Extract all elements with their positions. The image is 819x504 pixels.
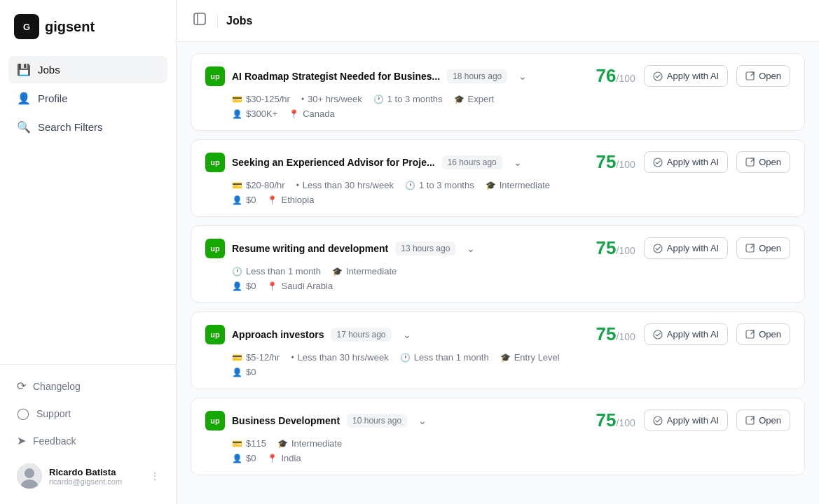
svg-rect-14 <box>746 330 754 338</box>
user-row[interactable]: Ricardo Batista ricardo@gigsent.com ⋮ <box>8 456 167 496</box>
sidebar-toggle-button[interactable] <box>191 10 209 31</box>
apply-ai-button[interactable]: Apply with AI <box>644 237 728 259</box>
time-badge: 18 hours ago <box>447 69 507 83</box>
apply-ai-button[interactable]: Apply with AI <box>644 65 728 87</box>
job-card-header: up Business Development 10 hours ago ⌄ 7… <box>205 410 790 431</box>
logo: G gigsent <box>0 0 176 50</box>
job-card: up Resume writing and development 13 hou… <box>191 225 805 303</box>
svg-point-7 <box>654 72 662 80</box>
svg-rect-16 <box>746 416 754 424</box>
send-icon: ➤ <box>17 434 26 447</box>
job-card-header: up AI Roadmap Strategist Needed for Busi… <box>205 65 790 87</box>
score: 75/100 <box>596 323 635 345</box>
job-title: AI Roadmap Strategist Needed for Busines… <box>232 71 440 82</box>
logo-text: gigsent <box>45 19 95 35</box>
expand-button[interactable]: ⌄ <box>399 328 415 342</box>
job-card: up Approach investors 17 hours ago ⌄ 75/… <box>191 312 805 389</box>
avatar <box>17 463 42 489</box>
job-left: up Approach investors 17 hours ago ⌄ <box>205 325 596 344</box>
sidebar-item-support[interactable]: ◯ Support <box>8 400 167 426</box>
feedback-label: Feedback <box>33 435 76 447</box>
expand-button[interactable]: ⌄ <box>414 414 431 428</box>
job-title: Business Development <box>232 415 340 426</box>
job-title: Seeking an Experienced Advisor for Proje… <box>232 157 435 168</box>
expand-button[interactable]: ⌄ <box>509 155 526 169</box>
svg-rect-12 <box>746 244 754 252</box>
job-meta-row1: 💳 $5-12/hr • Less than 30 hrs/week 🕐 Les… <box>205 352 790 363</box>
sidebar-item-jobs[interactable]: 💾 Jobs <box>8 56 167 83</box>
apply-ai-button[interactable]: Apply with AI <box>644 323 728 345</box>
svg-rect-10 <box>746 158 754 166</box>
job-right: 75/100 Apply with AI Open <box>596 237 790 259</box>
sidebar-item-profile-label: Profile <box>38 92 68 104</box>
person-icon: 👤 <box>17 92 31 105</box>
job-meta-row2: 👤 $300K+ 📍 Canada <box>205 108 790 119</box>
open-button[interactable]: Open <box>736 65 790 87</box>
sidebar-item-feedback[interactable]: ➤ Feedback <box>8 428 167 454</box>
svg-point-3 <box>25 468 34 478</box>
svg-point-13 <box>654 330 662 339</box>
job-card-header: up Resume writing and development 13 hou… <box>205 237 790 259</box>
job-card-header: up Seeking an Experienced Advisor for Pr… <box>205 151 790 173</box>
job-left: up Seeking an Experienced Advisor for Pr… <box>205 153 596 172</box>
open-button[interactable]: Open <box>736 151 790 173</box>
chevron-icon: ⋮ <box>151 471 159 481</box>
main-header: Jobs <box>177 0 819 42</box>
sidebar-item-search-filters[interactable]: 🔍 Search Filters <box>8 113 167 141</box>
platform-badge: up <box>205 66 225 86</box>
open-button[interactable]: Open <box>736 410 790 431</box>
job-list: up AI Roadmap Strategist Needed for Busi… <box>177 42 819 504</box>
time-badge: 10 hours ago <box>347 414 407 428</box>
job-meta-row2: 👤 $0 📍 Ethiopia <box>205 195 790 205</box>
job-meta-row1: 💳 $30-125/hr • 30+ hrs/week 🕐 1 to 3 mon… <box>205 94 790 104</box>
job-right: 76/100 Apply with AI Open <box>596 65 790 87</box>
expand-button[interactable]: ⌄ <box>462 241 479 255</box>
user-email: ricardo@gigsent.com <box>49 477 144 486</box>
platform-badge: up <box>205 239 225 258</box>
score: 75/100 <box>596 410 635 431</box>
svg-rect-8 <box>746 72 754 80</box>
svg-rect-5 <box>194 13 205 24</box>
job-meta-row2: 👤 $0 📍 India <box>205 453 790 463</box>
job-right: 75/100 Apply with AI Open <box>596 151 790 173</box>
svg-point-15 <box>654 416 662 425</box>
changelog-label: Changelog <box>33 381 81 392</box>
job-meta-row1: 💳 $20-80/hr • Less than 30 hrs/week 🕐 1 … <box>205 180 790 190</box>
sidebar-item-profile[interactable]: 👤 Profile <box>8 85 167 112</box>
apply-ai-button[interactable]: Apply with AI <box>644 410 728 431</box>
help-circle-icon: ◯ <box>17 407 29 420</box>
job-left: up Business Development 10 hours ago ⌄ <box>205 411 596 430</box>
job-meta-row2: 👤 $0 📍 Saudi Arabia <box>205 281 790 291</box>
open-button[interactable]: Open <box>736 237 790 259</box>
sidebar-nav: 💾 Jobs 👤 Profile 🔍 Search Filters <box>0 50 176 364</box>
header-divider <box>217 14 218 28</box>
search-icon: 🔍 <box>17 120 31 134</box>
job-card: up Business Development 10 hours ago ⌄ 7… <box>191 398 805 475</box>
logo-icon: G <box>14 14 39 39</box>
platform-badge: up <box>205 325 225 344</box>
job-meta-row2: 👤 $0 <box>205 367 790 377</box>
refresh-icon: ⟳ <box>17 379 26 393</box>
score: 75/100 <box>596 151 635 173</box>
main: Jobs up AI Roadmap Strategist Needed for… <box>177 0 819 504</box>
job-meta-row1: 🕐 Less than 1 month 🎓 Intermediate <box>205 266 790 276</box>
time-badge: 16 hours ago <box>442 155 502 169</box>
job-left: up AI Roadmap Strategist Needed for Busi… <box>205 66 596 86</box>
apply-ai-button[interactable]: Apply with AI <box>644 151 728 173</box>
sidebar: G gigsent 💾 Jobs 👤 Profile 🔍 Search Filt… <box>0 0 177 504</box>
job-card-header: up Approach investors 17 hours ago ⌄ 75/… <box>205 323 790 345</box>
sidebar-item-search-filters-label: Search Filters <box>38 121 103 133</box>
job-right: 75/100 Apply with AI Open <box>596 323 790 345</box>
briefcase-icon: 💾 <box>17 63 31 76</box>
sidebar-item-changelog[interactable]: ⟳ Changelog <box>8 373 167 399</box>
sidebar-item-jobs-label: Jobs <box>38 64 60 76</box>
open-button[interactable]: Open <box>736 323 790 345</box>
expand-button[interactable]: ⌄ <box>514 69 531 83</box>
job-right: 75/100 Apply with AI Open <box>596 410 790 431</box>
user-name: Ricardo Batista <box>49 467 144 477</box>
platform-badge: up <box>205 153 225 172</box>
score: 76/100 <box>596 65 635 87</box>
job-title: Resume writing and development <box>232 243 388 254</box>
platform-badge: up <box>205 411 225 430</box>
page-title: Jobs <box>226 15 252 27</box>
